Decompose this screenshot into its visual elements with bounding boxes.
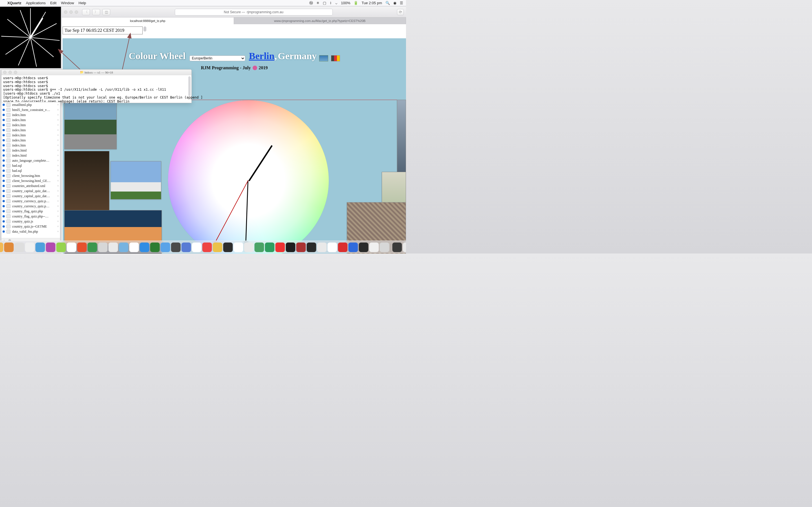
dock-app-20[interactable] — [171, 242, 181, 252]
menuextra-mamp-icon[interactable]: Ⓜ — [309, 1, 313, 6]
close-file-icon[interactable]: × — [57, 169, 59, 173]
close-file-icon[interactable]: × — [57, 144, 59, 148]
dock-app-17[interactable] — [140, 242, 149, 252]
terminal-window[interactable]: 📁 htdocs — x1 — 96×18 users-mbp:htdocs u… — [1, 69, 192, 103]
close-file-icon[interactable]: × — [57, 184, 59, 188]
dock-app-15[interactable] — [119, 242, 129, 252]
close-file-icon[interactable]: × — [57, 128, 59, 132]
close-file-icon[interactable]: × — [57, 159, 59, 163]
tz-scrollbar[interactable] — [144, 26, 146, 32]
dock-app-35[interactable] — [327, 242, 337, 252]
close-file-icon[interactable]: × — [57, 123, 59, 127]
dock-app-40[interactable] — [380, 242, 389, 252]
colour-wheel-clock[interactable] — [168, 100, 329, 253]
tz-datetime-field[interactable]: Tue Sep 17 06:05:22 CEST 2019 — [63, 26, 143, 34]
file-row[interactable]: index.htm× — [1, 117, 60, 122]
file-row[interactable]: bad.sql× — [1, 168, 60, 173]
menuextra-notification-icon[interactable]: ☰ — [400, 1, 403, 5]
safari-traffic-lights[interactable] — [64, 10, 78, 14]
dock-app-34[interactable] — [317, 242, 327, 252]
file-row[interactable]: country_currency_quiz.p…× — [1, 199, 60, 204]
world-map-icon[interactable] — [319, 55, 328, 61]
file-row[interactable]: client_browsing.htm× — [1, 173, 60, 178]
menu-window[interactable]: Window — [61, 1, 74, 5]
xquartz-window[interactable] — [0, 7, 61, 68]
menuextra-battery-pct[interactable]: 100% — [341, 1, 350, 5]
menubar-app[interactable]: XQuartz — [7, 1, 21, 5]
tab-1[interactable]: www.rjmprogramming.com.au/Mac/get_tz.php… — [234, 17, 406, 24]
menuextra-battery-icon[interactable]: 🔋 — [354, 1, 358, 5]
close-file-icon[interactable]: × — [57, 199, 59, 203]
file-row[interactable]: country_capital_quiz_dat…× — [1, 193, 60, 199]
dock-app-28[interactable] — [255, 242, 264, 252]
close-file-icon[interactable]: × — [57, 230, 59, 234]
close-file-icon[interactable]: × — [57, 204, 59, 209]
file-row[interactable]: country_capital_quiz_dat…× — [1, 188, 60, 193]
dock-app-42[interactable] — [403, 242, 406, 252]
dock-app-36[interactable] — [338, 242, 348, 252]
close-file-icon[interactable]: × — [57, 209, 59, 214]
file-row[interactable]: index.htm× — [1, 133, 60, 138]
dock-app-7[interactable] — [36, 242, 45, 252]
tab-0[interactable]: localhost:8888/get_tz.php — [62, 17, 234, 24]
dock-app-10[interactable] — [67, 242, 77, 252]
address-field[interactable]: Not Secure — rjmprogramming.com.au — [175, 9, 333, 15]
menuextra-airplay-icon[interactable]: ▢ — [323, 1, 326, 5]
dock-app-26[interactable] — [234, 242, 243, 252]
city-link[interactable]: Berlin — [249, 51, 274, 61]
back-button[interactable]: 〈 — [82, 9, 90, 15]
dock-app-27[interactable] — [244, 242, 254, 252]
close-file-icon[interactable]: × — [57, 154, 59, 158]
file-row[interactable]: emailhtml.php× — [1, 102, 60, 107]
close-file-icon[interactable]: × — [57, 189, 59, 193]
dock-app-37[interactable] — [349, 242, 358, 252]
file-row[interactable]: auto_language_complete…× — [1, 158, 60, 163]
menu-applications[interactable]: Applications — [26, 1, 46, 5]
close-file-icon[interactable]: × — [57, 118, 59, 122]
dock-app-23[interactable] — [202, 242, 212, 252]
close-file-icon[interactable]: × — [57, 138, 59, 143]
dock-app-29[interactable] — [265, 242, 274, 252]
dock-app-21[interactable] — [182, 242, 191, 252]
dock-app-39[interactable] — [369, 242, 379, 252]
dock-app-14[interactable] — [109, 242, 118, 252]
file-row[interactable]: country_flag_quiz.php× — [1, 209, 60, 214]
file-row[interactable]: index.html× — [1, 148, 60, 153]
dock-app-12[interactable] — [88, 242, 97, 252]
dock-app-13[interactable] — [98, 242, 108, 252]
terminal-scrollbar[interactable] — [188, 76, 191, 96]
dock-app-5[interactable] — [15, 242, 24, 252]
close-file-icon[interactable]: × — [57, 164, 59, 168]
file-row[interactable]: country_currency_quiz.p…× — [1, 204, 60, 209]
dock-app-3[interactable] — [0, 242, 3, 252]
file-row[interactable]: bad.sql× — [1, 163, 60, 168]
dock-app-33[interactable] — [307, 242, 316, 252]
menu-help[interactable]: Help — [79, 1, 86, 5]
menu-edit[interactable]: Edit — [50, 1, 56, 5]
dock-app-32[interactable] — [296, 242, 306, 252]
close-file-icon[interactable]: × — [57, 179, 59, 183]
close-file-icon[interactable]: × — [57, 224, 59, 229]
menuextra-siri-icon[interactable]: ◉ — [393, 1, 396, 5]
file-row[interactable]: index.htm× — [1, 138, 60, 143]
file-row[interactable]: client_browsing.html_GE…× — [1, 178, 60, 183]
dock-app-25[interactable] — [223, 242, 233, 252]
menuextra-spotlight-icon[interactable]: 🔍 — [386, 1, 390, 5]
dock-app-16[interactable] — [130, 242, 139, 252]
dock-app-31[interactable] — [286, 242, 296, 252]
menuextra-bluetooth-icon[interactable]: ᚼ — [329, 1, 332, 5]
file-row[interactable]: data_valid_fns.php× — [1, 229, 60, 234]
dock-app-19[interactable] — [161, 242, 170, 252]
dock-app-4[interactable] — [4, 242, 14, 252]
dock-app-30[interactable] — [275, 242, 285, 252]
menuextra-clock[interactable]: Tue 2:05 pm — [361, 1, 382, 5]
close-file-icon[interactable]: × — [57, 133, 59, 137]
dock-app-18[interactable] — [150, 242, 160, 252]
close-file-icon[interactable]: × — [57, 214, 59, 219]
dock-app-11[interactable] — [77, 242, 87, 252]
dock-app-6[interactable] — [25, 242, 35, 252]
file-row[interactable]: country_flag_quiz.php--…× — [1, 214, 60, 219]
terminal-titlebar[interactable]: 📁 htdocs — x1 — 96×18 — [1, 69, 192, 75]
close-file-icon[interactable]: × — [57, 108, 59, 112]
dock-app-38[interactable] — [359, 242, 368, 252]
